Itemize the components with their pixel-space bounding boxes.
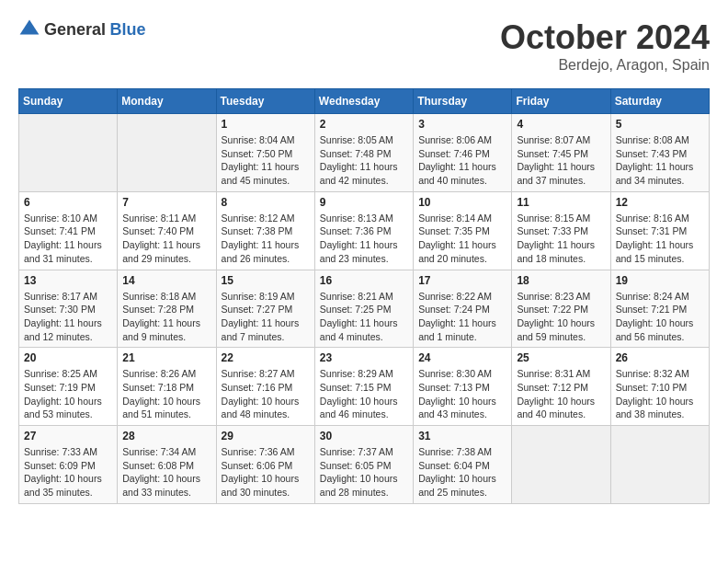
logo-icon	[18, 18, 40, 40]
day-number: 1	[222, 118, 310, 131]
calendar-cell	[19, 114, 118, 192]
page-header: General Blue October 2024 Berdejo, Arago…	[18, 18, 710, 74]
day-number: 18	[517, 274, 605, 287]
calendar-cell: 5Sunrise: 8:08 AMSunset: 7:43 PMDaylight…	[610, 114, 709, 192]
calendar-cell: 12Sunrise: 8:16 AMSunset: 7:31 PMDayligh…	[610, 191, 709, 270]
calendar-cell: 4Sunrise: 8:07 AMSunset: 7:45 PMDaylight…	[512, 114, 610, 192]
weekday-header-sunday: Sunday	[19, 89, 118, 114]
day-number: 16	[320, 274, 408, 287]
calendar-cell: 24Sunrise: 8:30 AMSunset: 7:13 PMDayligh…	[414, 348, 512, 426]
weekday-header-tuesday: Tuesday	[216, 89, 314, 114]
calendar-title: October 2024	[500, 18, 710, 57]
logo: General Blue	[18, 18, 146, 40]
day-info: Sunrise: 8:27 AMSunset: 7:16 PMDaylight:…	[222, 367, 310, 421]
calendar-week-row: 6Sunrise: 8:10 AMSunset: 7:41 PMDaylight…	[19, 191, 710, 270]
day-number: 24	[418, 351, 506, 364]
calendar-cell: 19Sunrise: 8:24 AMSunset: 7:21 PMDayligh…	[610, 270, 709, 348]
calendar-cell: 31Sunrise: 7:38 AMSunset: 6:04 PMDayligh…	[414, 426, 512, 504]
day-info: Sunrise: 8:05 AMSunset: 7:48 PMDaylight:…	[320, 133, 408, 188]
day-info: Sunrise: 8:23 AMSunset: 7:22 PMDaylight:…	[517, 290, 605, 344]
weekday-header-thursday: Thursday	[414, 89, 512, 114]
logo-blue: Blue	[110, 20, 146, 39]
calendar-cell: 27Sunrise: 7:33 AMSunset: 6:09 PMDayligh…	[19, 426, 118, 504]
day-info: Sunrise: 8:08 AMSunset: 7:43 PMDaylight:…	[616, 133, 704, 188]
calendar-week-row: 27Sunrise: 7:33 AMSunset: 6:09 PMDayligh…	[19, 426, 710, 504]
day-number: 4	[517, 118, 605, 131]
day-info: Sunrise: 8:22 AMSunset: 7:24 PMDaylight:…	[418, 290, 506, 344]
day-number: 9	[320, 196, 408, 209]
day-info: Sunrise: 8:13 AMSunset: 7:36 PMDaylight:…	[320, 212, 408, 266]
day-number: 19	[616, 274, 704, 287]
day-number: 31	[418, 430, 506, 442]
day-info: Sunrise: 8:10 AMSunset: 7:41 PMDaylight:…	[24, 212, 112, 266]
day-info: Sunrise: 8:30 AMSunset: 7:13 PMDaylight:…	[418, 367, 506, 421]
calendar-cell: 28Sunrise: 7:34 AMSunset: 6:08 PMDayligh…	[118, 426, 216, 504]
day-number: 27	[24, 430, 112, 442]
day-info: Sunrise: 8:07 AMSunset: 7:45 PMDaylight:…	[517, 133, 605, 188]
weekday-header-wednesday: Wednesday	[314, 89, 413, 114]
day-number: 13	[24, 274, 112, 287]
calendar-cell: 22Sunrise: 8:27 AMSunset: 7:16 PMDayligh…	[216, 348, 314, 426]
calendar-cell	[118, 114, 216, 192]
svg-marker-0	[20, 20, 40, 35]
title-block: October 2024 Berdejo, Aragon, Spain	[500, 18, 710, 74]
logo-general: General	[44, 20, 106, 39]
calendar-cell: 25Sunrise: 8:31 AMSunset: 7:12 PMDayligh…	[512, 348, 610, 426]
day-number: 7	[122, 196, 210, 209]
day-number: 12	[616, 196, 704, 209]
day-info: Sunrise: 8:31 AMSunset: 7:12 PMDaylight:…	[517, 367, 605, 421]
calendar-cell: 15Sunrise: 8:19 AMSunset: 7:27 PMDayligh…	[216, 270, 314, 348]
day-info: Sunrise: 8:26 AMSunset: 7:18 PMDaylight:…	[122, 367, 210, 421]
day-info: Sunrise: 8:06 AMSunset: 7:46 PMDaylight:…	[418, 133, 506, 188]
day-info: Sunrise: 8:18 AMSunset: 7:28 PMDaylight:…	[122, 290, 210, 344]
day-number: 30	[320, 430, 408, 442]
calendar-cell: 3Sunrise: 8:06 AMSunset: 7:46 PMDaylight…	[414, 114, 512, 192]
day-info: Sunrise: 8:11 AMSunset: 7:40 PMDaylight:…	[122, 212, 210, 266]
day-number: 8	[222, 196, 310, 209]
day-number: 26	[616, 351, 704, 364]
calendar-cell: 7Sunrise: 8:11 AMSunset: 7:40 PMDaylight…	[118, 191, 216, 270]
day-number: 11	[517, 196, 605, 209]
day-info: Sunrise: 8:14 AMSunset: 7:35 PMDaylight:…	[418, 212, 506, 266]
day-number: 23	[320, 351, 408, 364]
day-number: 3	[418, 118, 506, 131]
day-info: Sunrise: 8:17 AMSunset: 7:30 PMDaylight:…	[24, 290, 112, 344]
calendar-cell: 30Sunrise: 7:37 AMSunset: 6:05 PMDayligh…	[314, 426, 413, 504]
day-number: 25	[517, 351, 605, 364]
calendar-cell	[610, 426, 709, 504]
day-info: Sunrise: 8:29 AMSunset: 7:15 PMDaylight:…	[320, 367, 408, 421]
calendar-week-row: 13Sunrise: 8:17 AMSunset: 7:30 PMDayligh…	[19, 270, 710, 348]
day-number: 21	[122, 351, 210, 364]
weekday-header-friday: Friday	[512, 89, 610, 114]
logo-text: General Blue	[44, 20, 146, 40]
calendar-cell: 20Sunrise: 8:25 AMSunset: 7:19 PMDayligh…	[19, 348, 118, 426]
day-number: 5	[616, 118, 704, 131]
day-number: 6	[24, 196, 112, 209]
day-info: Sunrise: 7:38 AMSunset: 6:04 PMDaylight:…	[418, 445, 506, 500]
calendar-cell: 8Sunrise: 8:12 AMSunset: 7:38 PMDaylight…	[216, 191, 314, 270]
day-number: 20	[24, 351, 112, 364]
day-info: Sunrise: 8:21 AMSunset: 7:25 PMDaylight:…	[320, 290, 408, 344]
day-number: 14	[122, 274, 210, 287]
calendar-cell: 21Sunrise: 8:26 AMSunset: 7:18 PMDayligh…	[118, 348, 216, 426]
calendar-cell: 10Sunrise: 8:14 AMSunset: 7:35 PMDayligh…	[414, 191, 512, 270]
weekday-header-row: SundayMondayTuesdayWednesdayThursdayFrid…	[19, 89, 710, 114]
day-info: Sunrise: 7:37 AMSunset: 6:05 PMDaylight:…	[320, 445, 408, 500]
calendar-cell: 2Sunrise: 8:05 AMSunset: 7:48 PMDaylight…	[314, 114, 413, 192]
day-number: 29	[222, 430, 310, 442]
day-info: Sunrise: 8:24 AMSunset: 7:21 PMDaylight:…	[616, 290, 704, 344]
day-info: Sunrise: 7:33 AMSunset: 6:09 PMDaylight:…	[24, 445, 112, 500]
calendar-cell: 13Sunrise: 8:17 AMSunset: 7:30 PMDayligh…	[19, 270, 118, 348]
calendar-cell: 17Sunrise: 8:22 AMSunset: 7:24 PMDayligh…	[414, 270, 512, 348]
calendar-cell: 26Sunrise: 8:32 AMSunset: 7:10 PMDayligh…	[610, 348, 709, 426]
day-info: Sunrise: 7:34 AMSunset: 6:08 PMDaylight:…	[122, 445, 210, 500]
day-number: 17	[418, 274, 506, 287]
calendar-cell: 23Sunrise: 8:29 AMSunset: 7:15 PMDayligh…	[314, 348, 413, 426]
calendar-cell: 18Sunrise: 8:23 AMSunset: 7:22 PMDayligh…	[512, 270, 610, 348]
calendar-cell: 29Sunrise: 7:36 AMSunset: 6:06 PMDayligh…	[216, 426, 314, 504]
weekday-header-saturday: Saturday	[610, 89, 709, 114]
calendar-cell: 16Sunrise: 8:21 AMSunset: 7:25 PMDayligh…	[314, 270, 413, 348]
day-info: Sunrise: 8:04 AMSunset: 7:50 PMDaylight:…	[222, 133, 310, 188]
calendar-table: SundayMondayTuesdayWednesdayThursdayFrid…	[18, 88, 710, 504]
weekday-header-monday: Monday	[118, 89, 216, 114]
